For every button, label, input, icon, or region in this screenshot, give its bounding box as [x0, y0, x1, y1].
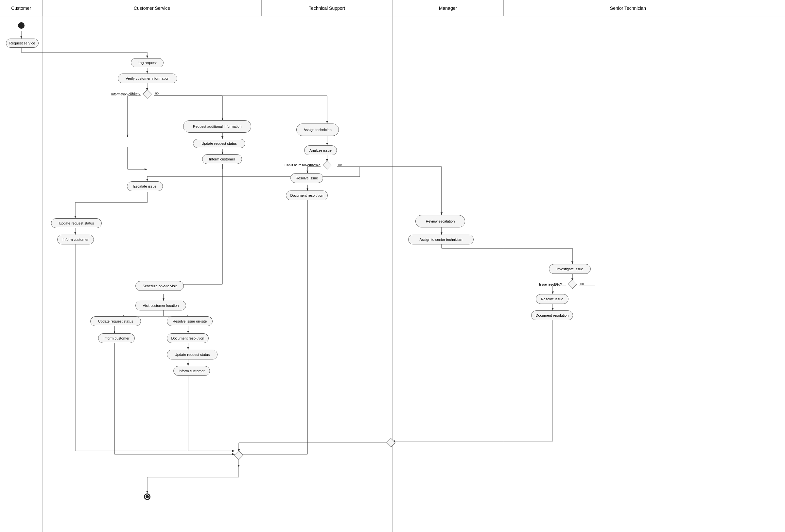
can-resolve-diamond — [324, 162, 330, 168]
request-additional-node: Request additional information — [183, 120, 251, 133]
inform-customer-1-node: Inform customer — [202, 154, 242, 164]
inform-customer-3-node: Inform customer — [98, 333, 135, 343]
start-node — [18, 22, 25, 29]
swimlane-customer-service: Customer Service — [43, 0, 262, 16]
end-node — [144, 494, 150, 500]
can-resolve-label: Can it be resolved now? — [284, 163, 320, 167]
document-resolution-2-node: Document resolution — [531, 311, 573, 320]
assign-senior-node: Assign to senior technician — [408, 235, 474, 244]
swimlane-senior-technician: Senior Technician — [504, 0, 752, 16]
diagram-container: Customer Customer Service Technical Supp… — [0, 0, 785, 532]
review-escalation-node: Review escalation — [415, 215, 465, 228]
inform-customer-2-node: Inform customer — [57, 235, 94, 244]
schedule-visit-node: Schedule on-site visit — [135, 281, 184, 291]
divider-1 — [43, 16, 43, 532]
issue-resolved-label: Issue resolved? — [539, 283, 562, 286]
escalate-issue-node: Escalate issue — [127, 181, 163, 191]
update-status-1-node: Update request status — [193, 139, 245, 148]
issue-resolved-diamond — [569, 281, 576, 288]
verify-customer-node: Verify customer information — [118, 74, 177, 83]
assign-technician-node: Assign technician — [296, 124, 339, 136]
document-resolution-1-node: Document resolution — [286, 190, 328, 200]
info-correct-label: Information correct? — [111, 92, 140, 96]
info-correct-diamond — [144, 91, 150, 97]
request-service-node: Request service — [6, 38, 39, 48]
swimlane-customer: Customer — [0, 0, 43, 16]
update-status-4-node: Update request status — [167, 350, 218, 360]
merge-1-diamond — [235, 452, 242, 458]
visit-location-node: Visit customer location — [135, 301, 186, 311]
svg-text:no: no — [155, 91, 159, 95]
svg-text:no: no — [580, 282, 584, 286]
update-status-3-node: Update request status — [90, 316, 141, 326]
divider-2 — [262, 16, 262, 532]
divider-3 — [392, 16, 393, 532]
resolve-onsite-node: Resolve issue on-site — [167, 316, 212, 326]
swimlane-manager: Manager — [392, 0, 504, 16]
log-request-node: Log request — [131, 58, 163, 67]
update-status-2-node: Update request status — [51, 218, 102, 228]
inform-customer-4-node: Inform customer — [173, 366, 210, 376]
merge-2-diamond — [387, 440, 394, 446]
resolve-issue-2-node: Resolve issue — [536, 294, 568, 304]
analyze-issue-node: Analyze issue — [304, 145, 337, 155]
swimlane-technical-support: Technical Support — [262, 0, 392, 16]
investigate-issue-node: Investigate issue — [549, 264, 591, 274]
divider-4 — [504, 16, 504, 532]
resolve-issue-1-node: Resolve issue — [290, 173, 323, 183]
document-resolution-3-node: Document resolution — [167, 333, 209, 343]
svg-text:no: no — [338, 163, 342, 166]
swimlane-headers: Customer Customer Service Technical Supp… — [0, 0, 785, 16]
